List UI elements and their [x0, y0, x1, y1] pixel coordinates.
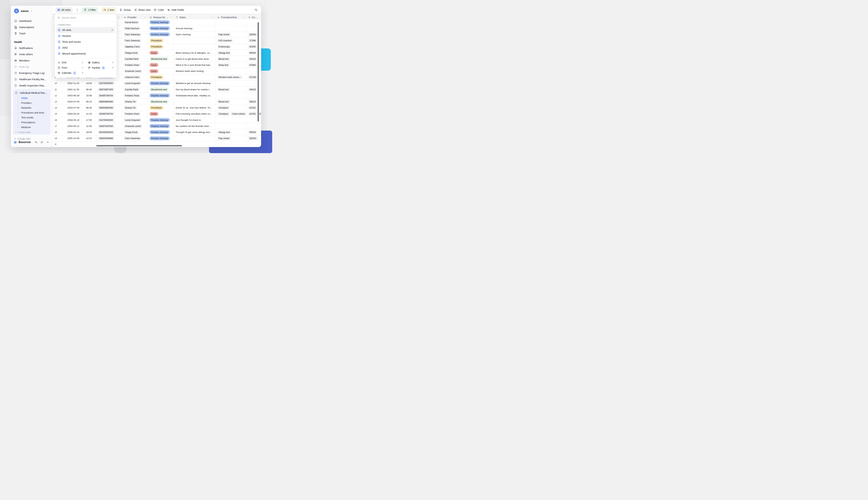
- cell-reason[interactable]: Issue: [148, 50, 174, 56]
- sidebar-item-audit-log[interactable]: Audit log: [11, 64, 53, 70]
- cell-notes[interactable]: [174, 74, 215, 80]
- sidebar-table-providers[interactable]: Providers: [18, 101, 50, 105]
- chevron-down-icon[interactable]: [144, 16, 146, 18]
- cell-reason[interactable]: Routine checkup: [148, 19, 174, 25]
- cell-date[interactable]: 2005-10-0514:10: [66, 135, 96, 141]
- cell-reason[interactable]: Routine checkup: [148, 129, 174, 135]
- cell-provider[interactable]: Ameerah Leech: [122, 68, 148, 74]
- cell-reason[interactable]: Procedure: [148, 38, 174, 44]
- cell-code[interactable]: Q0091: [246, 32, 261, 37]
- cell-procedure-test[interactable]: [215, 92, 246, 99]
- cell-procedure-test[interactable]: Pap smear: [215, 135, 246, 141]
- cell-notes[interactable]: Gyno checkup.: [174, 32, 215, 37]
- cell-provider[interactable]: Camilla Parik: [122, 87, 148, 92]
- cell-row-number[interactable]: 14: [53, 105, 66, 111]
- share-view-button[interactable]: Share view: [134, 9, 151, 11]
- cell-reason[interactable]: Procedure: [148, 44, 174, 50]
- view-option-all-visits[interactable]: All visits✓: [56, 27, 115, 33]
- cell-notes[interactable]: [174, 19, 215, 25]
- cell-notes[interactable]: Scheduled blood labs. Healthy ot...: [174, 92, 215, 99]
- cell-reason[interactable]: Blood/urine test: [148, 87, 174, 92]
- table-row[interactable]: 172004-05-1211:0034597497545Ameerah Leec…: [53, 123, 261, 129]
- cell-notes[interactable]: [174, 99, 215, 104]
- cell-row-number[interactable]: 11: [53, 87, 66, 92]
- cell-notes[interactable]: [174, 38, 215, 44]
- cell-provider[interactable]: Jagdeep Cano: [122, 44, 148, 50]
- undo-button[interactable]: [34, 140, 38, 144]
- cell-procedure-test[interactable]: Pap smear: [215, 32, 246, 37]
- table-row[interactable]: 182005-02-1018:0069435830508Teejay Knott…: [53, 129, 261, 135]
- sidebar-item-database-individual-medical-records[interactable]: Individual Medical Rec...: [13, 90, 50, 96]
- table-row[interactable]: 132003-07-0408:1548654865485Shania TinBl…: [53, 99, 261, 105]
- cell-date[interactable]: 2003-07-0408:15: [66, 99, 96, 104]
- cell-notes[interactable]: Wanted to get an annual checkup.: [174, 80, 215, 86]
- cell-reason[interactable]: Routine checkup: [148, 25, 174, 31]
- cell-code[interactable]: [246, 117, 261, 123]
- views-search-input[interactable]: [61, 16, 114, 19]
- cell-notes[interactable]: Went in for a sore throat that had...: [174, 62, 215, 68]
- cell-row-number[interactable]: 15: [53, 111, 66, 117]
- table-row[interactable]: 102002-11-2014:0002479303000Lizzie Esqui…: [53, 80, 261, 87]
- cell-notes[interactable]: [174, 135, 215, 141]
- cell-notes[interactable]: Been having a lot of allergies, co...: [174, 50, 215, 56]
- table-row[interactable]: 122003-06-2915:5635495794754Frederic Kha…: [53, 92, 261, 99]
- cell-procedure-test[interactable]: [215, 25, 246, 31]
- cell-date[interactable]: 2002-11-3006:45: [66, 87, 96, 92]
- sidebar-item-dashboard[interactable]: Dashboard: [11, 18, 53, 24]
- sidebar-item-database-health-inspection[interactable]: Health Inspection Rep...: [11, 82, 53, 89]
- cell-reason[interactable]: Routine checkup: [148, 80, 174, 86]
- cell-notes[interactable]: Came in to get blood work done.: [174, 56, 215, 62]
- cell-notes[interactable]: No cavities! All the fluoride rinse ...: [174, 123, 215, 129]
- cell-code[interactable]: 36415: [246, 99, 261, 104]
- cell-number[interactable]: 46974957305: [96, 87, 122, 92]
- cell-code[interactable]: [246, 68, 261, 74]
- create-kanban-view[interactable]: Kanban +: [88, 65, 114, 70]
- cell-code[interactable]: 87880: [246, 62, 261, 68]
- cell-code[interactable]: [246, 80, 261, 86]
- cell-date[interactable]: 2004-05-1017:00: [66, 117, 96, 123]
- sidebar-item-database-healthcare-facility[interactable]: Healthcare Facility Ma...: [11, 76, 53, 82]
- sidebar-item-trash[interactable]: Trash: [11, 30, 53, 37]
- cell-procedure-test[interactable]: [215, 68, 246, 74]
- hide-fields-button[interactable]: Hide Fields: [167, 9, 184, 11]
- cell-row-number[interactable]: 17: [53, 123, 66, 129]
- cell-number[interactable]: 02479303000: [96, 117, 122, 123]
- cell-notes[interactable]: Annual checkup.: [174, 25, 215, 31]
- cell-row-number[interactable]: 18: [53, 129, 66, 135]
- cell-provider[interactable]: Frederic Khan: [122, 92, 148, 99]
- cell-procedure-test[interactable]: Urinalysis: [215, 105, 246, 111]
- view-options-menu-button[interactable]: ⋮: [76, 8, 79, 11]
- sidebar-item-subscriptions[interactable]: Subscriptions: [11, 24, 53, 30]
- cell-date[interactable]: 2003-06-2915:56: [66, 92, 96, 99]
- cell-reason[interactable]: Issue: [148, 62, 174, 68]
- vertical-scrollbar[interactable]: [258, 22, 259, 122]
- view-switcher-button[interactable]: All visits: [55, 7, 72, 12]
- sidebar-item-notifications[interactable]: Notifications: [11, 45, 53, 51]
- cell-provider[interactable]: Faris Sweeney: [122, 38, 148, 44]
- workspace-switcher[interactable]: A Admin: [11, 8, 53, 14]
- cell-date[interactable]: 2004-04-2012:15: [66, 111, 96, 117]
- cell-notes[interactable]: Felt a burning sensation when us...: [174, 111, 215, 117]
- chevron-down-icon[interactable]: [242, 16, 244, 18]
- cell-procedure-test[interactable]: IUD insertion: [215, 38, 246, 44]
- cell-provider[interactable]: Polly Garrison: [122, 25, 148, 31]
- cell-reason[interactable]: Blood/urine test: [148, 56, 174, 62]
- horizontal-scrollbar[interactable]: [96, 145, 182, 146]
- cell-row-number[interactable]: 13: [53, 99, 66, 104]
- cell-notes[interactable]: Just thought I'd check in.: [174, 117, 215, 123]
- cell-number[interactable]: 35495794754: [96, 92, 122, 99]
- cell-procedure-test[interactable]: [215, 19, 246, 25]
- color-button[interactable]: Color: [154, 9, 164, 11]
- create-calendar-view[interactable]: Calendar +: [58, 70, 83, 76]
- cell-provider[interactable]: Shania Tin: [122, 105, 148, 111]
- cell-reason[interactable]: Issue: [148, 68, 174, 74]
- cell-procedure-test[interactable]: Endoscopy: [215, 44, 246, 50]
- view-option-2002[interactable]: 2002: [56, 45, 115, 51]
- sidebar-table-procedures-and-tests[interactable]: Procedures and tests: [18, 110, 50, 115]
- cell-procedure-test[interactable]: Blood test: [215, 56, 246, 62]
- cell-reason[interactable]: Routine checkup: [148, 92, 174, 99]
- cell-number[interactable]: 02479303000: [96, 80, 122, 86]
- cell-code[interactable]: 36415: [246, 87, 261, 92]
- cell-provider[interactable]: Ameerah Leech: [122, 123, 148, 129]
- cell-notes[interactable]: Thought I'd get some allergy test...: [174, 129, 215, 135]
